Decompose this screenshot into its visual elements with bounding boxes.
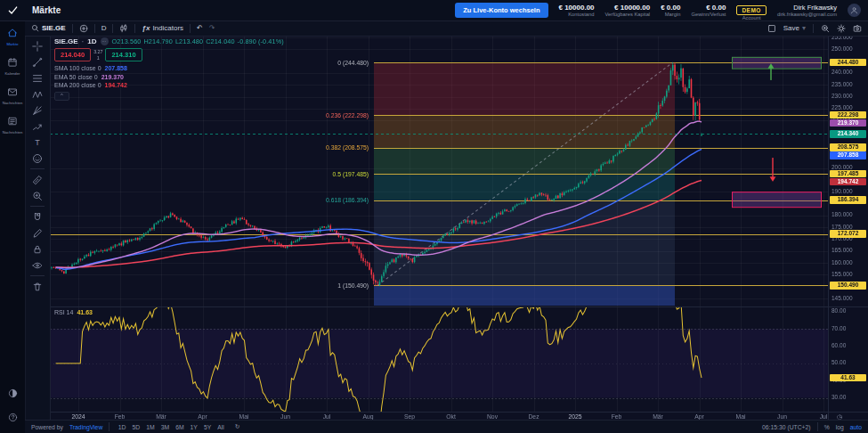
app-logo-icon[interactable] [0,5,25,15]
main-area: SIE.GE D ƒx Indicators ↶ ↷ [25,20,868,433]
scale-percent-button[interactable]: % [824,424,830,430]
text-tool-icon[interactable]: T [29,135,45,149]
switch-live-account-button[interactable]: Zu Live-Konto wechseln [455,3,548,18]
trend-line-tool-icon[interactable] [29,55,45,69]
drawing-toolbar: T [25,36,51,421]
stat-pnl: € 0.00Gewinn/Verlust [691,4,726,18]
quick-search-icon[interactable] [821,24,830,33]
account-type-badge: DEMO Account [736,0,767,20]
interval-button[interactable]: D [101,24,107,32]
undo-button[interactable]: ↶ [197,24,203,32]
indicator-label: SMA 100 close 0 [54,65,101,71]
powered-by-label: Powered by [31,424,63,430]
legend-symbol[interactable]: SIE.GE [54,37,78,45]
theme-toggle-icon[interactable] [8,386,18,402]
indicator-label: EMA 200 close 0 [54,82,101,88]
indicator-value: 219.370 [101,74,124,80]
chart-legend: SIE.GE · 1D ⋯ O213.560H214.790L213.480C2… [54,37,287,101]
stat-balance: € 10000.00Kontostand [559,4,595,18]
delete-drawings-trash-icon[interactable] [29,280,45,293]
stat-available-capital: € 10000.00Verfügbares Kapital [605,4,651,18]
indicator-row-0[interactable]: SMA 100 close 0207.858 [54,64,287,73]
chart-wrap: SIE.GE · 1D ⋯ O213.560H214.790L213.480C2… [50,36,868,421]
snapshot-camera-icon[interactable] [853,24,862,33]
timeframe-5y[interactable]: 5Y [201,424,213,430]
zoom-tool-icon[interactable] [29,189,45,202]
scale-log-button[interactable]: log [836,424,844,430]
draw-mode-icon[interactable] [29,226,45,240]
gann-tool-icon[interactable] [29,103,45,117]
compare-icon[interactable] [79,24,88,33]
timeframe-3m[interactable]: 3M [158,424,171,430]
stat-margin: € 0.00Margin [661,4,680,18]
timeframe-1m[interactable]: 1M [144,424,157,430]
timeframe-1d[interactable]: 1D [116,424,128,430]
bar-style-icon[interactable] [119,24,128,33]
emoji-tool-icon[interactable] [29,151,45,165]
indicator-label: EMA 50 close 0 [54,74,98,80]
order-panel: 214.040 3.271 214.310 [54,48,287,61]
chart-area: T SIE.GE · 1D [25,36,868,421]
layout-icon[interactable] [767,24,776,33]
legend-ohlc: O213.560H214.790L213.480C214.040-0.890 (… [112,37,287,45]
svg-text:T: T [35,138,40,147]
refresh-icon[interactable]: ↻ [232,423,242,430]
save-button[interactable]: Save▾ [783,24,806,32]
buy-button[interactable]: 214.310 [105,48,142,61]
measure-tool-icon[interactable] [29,173,45,186]
user-avatar[interactable] [848,4,861,17]
bottom-toolbar: Powered by TradingView 1D5D1M3M6M1Y5YAll… [25,420,868,433]
tradingview-link[interactable]: TradingView [69,424,102,430]
legend-interval: 1D [87,37,96,45]
indicator-row-2[interactable]: EMA 200 close 0194.742 [54,81,287,90]
left-sidebar: Märkte Kalender Nachrichten Nachrichten [0,20,26,433]
page-title: Märkte [32,5,61,15]
indicators-button[interactable]: ƒx Indicators [142,24,183,32]
trading-app: Märkte Zu Live-Konto wechseln € 10000.00… [0,0,868,433]
sell-button[interactable]: 214.040 [54,48,91,61]
sidebar-item-nachrichten-news[interactable]: Nachrichten [0,115,25,135]
indicator-row-1[interactable]: EMA 50 close 0219.370 [54,73,287,82]
sidebar-item-kalender[interactable]: Kalender [0,56,25,76]
timeframe-5d[interactable]: 5D [130,424,142,430]
user-info[interactable]: Dirk Frikawsky dirk.frikawsky@gmail.com [777,4,837,18]
indicator-value: 207.858 [105,65,127,71]
timeframe-all[interactable]: All [215,424,227,430]
fib-retracement-tool-icon[interactable] [29,71,45,85]
legend-menu-icon[interactable]: ⋯ [101,37,109,45]
magnet-tool-icon[interactable] [29,210,45,224]
scale-auto-button[interactable]: auto [850,424,862,430]
timeframe-6m[interactable]: 6M [174,424,186,430]
sidebar-item-maerkte[interactable]: Märkte [0,27,25,46]
hide-drawings-eye-icon[interactable] [29,258,45,272]
xabcd-pattern-tool-icon[interactable] [29,87,45,101]
sidebar-item-nachrichten-mail[interactable]: Nachrichten [0,86,25,105]
spread-value: 3.271 [91,48,105,61]
chart-toolbar: SIE.GE D ƒx Indicators ↶ ↷ [25,20,868,37]
timeframe-1y[interactable]: 1Y [188,424,199,430]
help-icon[interactable] [8,410,18,426]
indicator-value: 194.742 [105,82,127,88]
forecast-tool-icon[interactable] [29,119,45,133]
symbol-search[interactable]: SIE.GE [31,24,66,32]
rsi-legend: RSI 14 41.63 [54,309,93,315]
redo-button[interactable]: ↷ [209,24,215,32]
session-clock[interactable]: 06:15:30 (UTC+2) [762,424,811,430]
lock-drawings-icon[interactable] [29,242,45,256]
settings-gear-icon[interactable] [837,24,846,33]
topbar: Märkte Zu Live-Konto wechseln € 10000.00… [0,0,868,21]
crosshair-tool-icon[interactable] [29,39,45,53]
legend-collapse-button[interactable]: ^ [54,92,69,101]
